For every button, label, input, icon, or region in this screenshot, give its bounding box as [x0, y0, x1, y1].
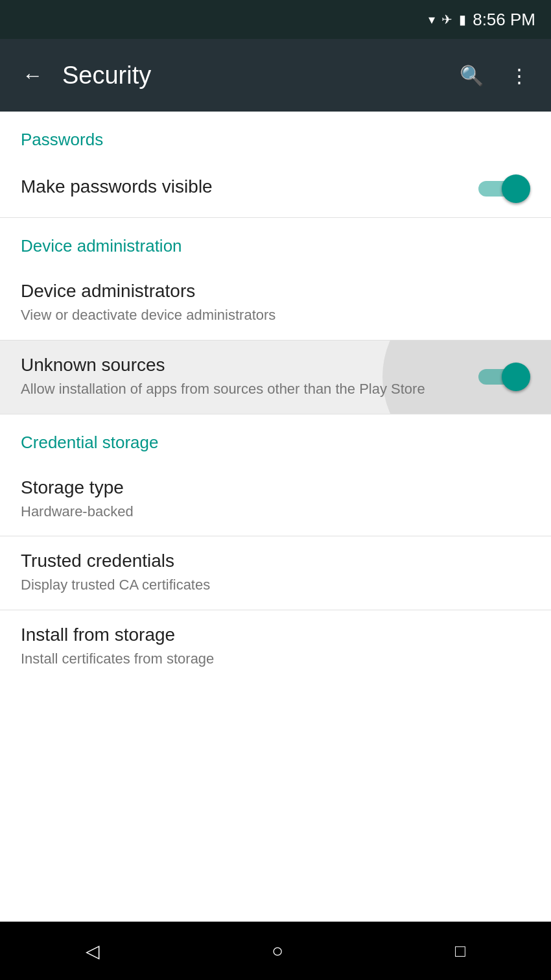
airplane-icon: ✈	[441, 12, 452, 27]
setting-item-make-passwords-visible[interactable]: Make passwords visible	[0, 160, 551, 218]
toggle-thumb	[502, 174, 530, 203]
status-bar: ▾ ✈ ▮ 8:56 PM	[0, 0, 551, 39]
section-header-credential-storage: Credential storage	[0, 414, 551, 463]
battery-icon: ▮	[459, 12, 466, 27]
search-button[interactable]: 🔍	[453, 58, 490, 93]
toggle-unknown-sources[interactable]	[478, 363, 530, 391]
setting-title: Make passwords visible	[21, 176, 478, 197]
toggle-thumb	[502, 363, 530, 391]
section-header-passwords: Passwords	[0, 112, 551, 160]
nav-back-button[interactable]: ◁	[66, 934, 119, 968]
setting-title: Install from storage	[21, 625, 530, 645]
status-icons: ▾ ✈ ▮ 8:56 PM	[428, 10, 535, 30]
setting-text: Storage type Hardware-backed	[21, 477, 530, 522]
setting-title: Storage type	[21, 477, 530, 498]
more-options-button[interactable]: ⋮	[503, 58, 535, 93]
setting-title: Device administrators	[21, 281, 530, 302]
app-bar-title: Security	[62, 62, 440, 90]
setting-text: Install from storage Install certificate…	[21, 625, 530, 669]
status-time: 8:56 PM	[473, 10, 535, 30]
section-header-device-administration: Device administration	[0, 218, 551, 267]
search-icon: 🔍	[460, 65, 484, 86]
wifi-icon: ▾	[428, 12, 435, 27]
nav-back-icon: ◁	[86, 940, 100, 962]
setting-subtitle: View or deactivate device administrators	[21, 305, 530, 326]
setting-text: Unknown sources Allow installation of ap…	[21, 355, 478, 400]
setting-item-storage-type[interactable]: Storage type Hardware-backed	[0, 463, 551, 537]
nav-recents-icon: □	[455, 941, 465, 961]
toggle-make-passwords-visible[interactable]	[478, 174, 530, 203]
setting-subtitle: Display trusted CA certificates	[21, 575, 530, 595]
nav-recents-button[interactable]: □	[436, 935, 485, 968]
app-bar-actions: 🔍 ⋮	[453, 58, 535, 93]
setting-item-device-administrators[interactable]: Device administrators View or deactivate…	[0, 267, 551, 341]
setting-subtitle: Allow installation of apps from sources …	[21, 379, 478, 400]
nav-home-button[interactable]: ○	[252, 933, 303, 968]
back-icon: ←	[22, 64, 43, 88]
setting-subtitle: Hardware-backed	[21, 502, 530, 522]
setting-subtitle: Install certificates from storage	[21, 649, 530, 669]
setting-text: Trusted credentials Display trusted CA c…	[21, 551, 530, 595]
app-bar: ← Security 🔍 ⋮	[0, 39, 551, 112]
setting-text: Make passwords visible	[21, 176, 478, 201]
setting-title: Trusted credentials	[21, 551, 530, 571]
more-icon: ⋮	[510, 65, 529, 86]
setting-item-unknown-sources[interactable]: Unknown sources Allow installation of ap…	[0, 341, 551, 414]
nav-bar: ◁ ○ □	[0, 922, 551, 980]
setting-item-install-from-storage[interactable]: Install from storage Install certificate…	[0, 610, 551, 684]
nav-home-icon: ○	[272, 940, 283, 962]
content: Passwords Make passwords visible Device …	[0, 112, 551, 684]
setting-item-trusted-credentials[interactable]: Trusted credentials Display trusted CA c…	[0, 536, 551, 610]
back-button[interactable]: ←	[16, 57, 49, 94]
setting-title: Unknown sources	[21, 355, 478, 376]
setting-text: Device administrators View or deactivate…	[21, 281, 530, 326]
